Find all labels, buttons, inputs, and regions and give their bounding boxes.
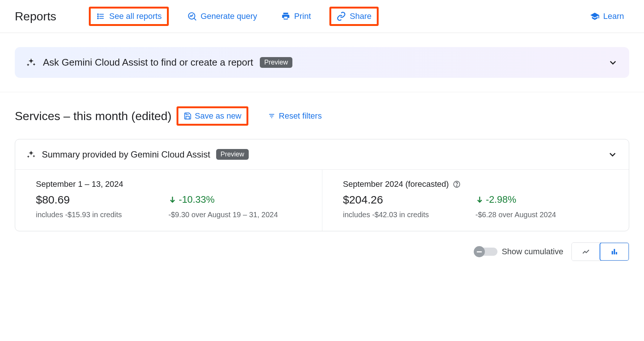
svg-line-7: [194, 18, 196, 20]
report-title: Services – this month (edited): [15, 109, 171, 123]
sparkles-icon: [26, 150, 36, 159]
print-label: Print: [294, 11, 311, 21]
list-icon: [96, 12, 105, 20]
see-all-reports-button[interactable]: See all reports: [89, 7, 169, 26]
gemini-banner[interactable]: Ask Gemini Cloud Assist to find or creat…: [15, 47, 629, 78]
svg-point-2: [98, 16, 98, 17]
share-label: Share: [350, 11, 372, 21]
learn-button[interactable]: Learn: [585, 9, 629, 24]
header-bar: Reports See all reports Generate query: [0, 0, 644, 33]
link-icon: [336, 11, 346, 21]
arrow-down-icon: [168, 195, 177, 203]
filter-reset-icon: [268, 113, 276, 119]
svg-point-13: [456, 186, 457, 186]
help-icon[interactable]: [453, 180, 461, 188]
report-title-row: Services – this month (edited) Save as n…: [0, 92, 644, 126]
bar-chart-icon: [609, 248, 620, 256]
print-icon: [281, 11, 291, 21]
svg-point-4: [98, 18, 98, 19]
line-chart-button[interactable]: [572, 243, 600, 261]
chevron-down-icon[interactable]: [608, 57, 618, 68]
save-as-new-label: Save as new: [195, 111, 241, 121]
svg-rect-16: [614, 249, 615, 255]
summary-title: Summary provided by Gemini Cloud Assist: [42, 149, 210, 160]
learn-label: Learn: [603, 11, 624, 21]
toggle-track[interactable]: [476, 248, 497, 256]
reset-filters-label: Reset filters: [279, 111, 322, 121]
current-amount: $80.69: [36, 193, 165, 206]
header-actions: See all reports Generate query Print: [89, 7, 629, 26]
save-icon: [184, 112, 192, 120]
current-credits: includes -$15.93 in credits: [36, 211, 165, 219]
forecast-compare: -$6.28 over August 2024: [476, 211, 556, 219]
page-title: Reports: [15, 10, 56, 23]
query-stats-icon: [187, 11, 197, 21]
generate-query-button[interactable]: Generate query: [182, 9, 262, 24]
see-all-reports-label: See all reports: [109, 11, 162, 21]
svg-rect-17: [616, 252, 617, 254]
summary-card-body: September 1 – 13, 2024 $80.69 -10.33% in…: [15, 170, 629, 231]
summary-card: Summary provided by Gemini Cloud Assist …: [15, 139, 629, 231]
line-chart-icon: [581, 248, 591, 256]
current-compare: -$9.30 over August 19 – 31, 2024: [168, 211, 278, 219]
chart-controls-row: Show cumulative: [0, 231, 644, 265]
reset-filters-button[interactable]: Reset filters: [262, 108, 327, 124]
generate-query-label: Generate query: [201, 11, 257, 21]
svg-point-0: [98, 14, 98, 14]
forecast-amount: $204.26: [343, 193, 473, 206]
toggle-knob: [474, 246, 485, 257]
arrow-down-icon: [476, 195, 484, 203]
chart-type-toggle: [571, 242, 629, 261]
print-button[interactable]: Print: [276, 9, 316, 24]
chevron-down-icon[interactable]: [607, 149, 618, 160]
sparkles-icon: [26, 57, 36, 68]
forecast-delta: -2.98%: [486, 194, 516, 205]
current-delta: -10.33%: [179, 194, 215, 205]
show-cumulative-label: Show cumulative: [502, 247, 563, 256]
save-as-new-button[interactable]: Save as new: [177, 106, 248, 126]
summary-card-header[interactable]: Summary provided by Gemini Cloud Assist …: [15, 139, 629, 170]
current-period-panel: September 1 – 13, 2024 $80.69 -10.33% in…: [15, 170, 322, 231]
forecast-panel: September 2024 (forecasted) $204.26 -2.9…: [322, 170, 629, 231]
forecast-period-label: September 2024 (forecasted): [343, 179, 449, 189]
svg-rect-15: [612, 251, 613, 254]
forecast-credits: includes -$42.03 in credits: [343, 211, 473, 219]
show-cumulative-toggle[interactable]: Show cumulative: [476, 247, 563, 256]
current-period-label: September 1 – 13, 2024: [36, 179, 123, 189]
preview-badge: Preview: [260, 57, 292, 68]
school-icon: [590, 11, 600, 21]
preview-badge: Preview: [216, 149, 249, 160]
share-button[interactable]: Share: [329, 7, 379, 26]
bar-chart-button[interactable]: [600, 242, 629, 261]
gemini-banner-text: Ask Gemini Cloud Assist to find or creat…: [43, 57, 253, 68]
